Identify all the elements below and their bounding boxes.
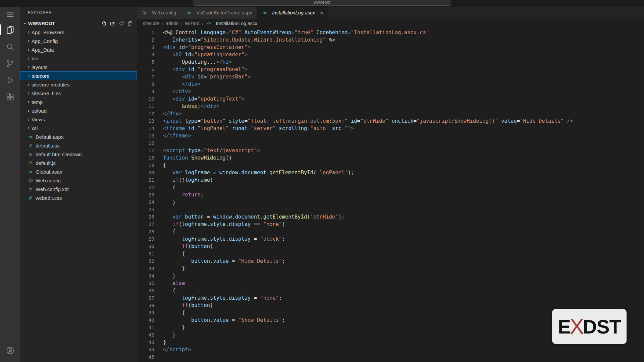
code-line[interactable]: 5 Updating...</h2> (137, 58, 644, 66)
code-line[interactable]: 45 (137, 353, 644, 361)
new-folder-icon[interactable] (110, 21, 115, 26)
code-line-text (154, 353, 163, 361)
code-line[interactable]: 6 <div id="progressPanel"> (137, 66, 644, 73)
line-number: 16 (137, 139, 154, 147)
code-line-text: else (154, 280, 185, 287)
activity-source-control[interactable] (0, 55, 20, 72)
code-line[interactable]: 37 logFrame.style.display = "none"; (137, 294, 644, 302)
tree-folder-sitecore_files[interactable]: ›sitecore_files (20, 89, 137, 98)
activity-run-debug[interactable] (0, 72, 20, 88)
collapse-folders-icon[interactable] (127, 21, 133, 26)
tree-folder-App_Config[interactable]: ›App_Config (20, 37, 137, 45)
tree-folder-bin[interactable]: ›bin (20, 54, 137, 63)
tree-folder-App_Browsers[interactable]: ›App_Browsers (20, 28, 137, 37)
close-icon[interactable]: × (320, 10, 323, 16)
code-line[interactable]: 3<div id="progressContainer"> (137, 44, 644, 51)
code-line[interactable]: 32 button.value = "Hide Details"; (137, 257, 644, 265)
menu-button[interactable] (0, 7, 20, 21)
tree-file-webedit.css[interactable]: #webedit.css (20, 193, 137, 202)
code-line[interactable]: 35 else (137, 280, 644, 287)
activity-account[interactable] (0, 342, 20, 359)
code-line[interactable]: 4 <h2 id="updatingHeader"> (137, 51, 644, 58)
line-number: 32 (137, 257, 154, 265)
code-line[interactable]: 33 } (137, 265, 644, 272)
tree-folder-Views[interactable]: ›Views (20, 115, 137, 124)
tree-root-wwwroot[interactable]: › WWWROOT (20, 19, 137, 28)
tab-VsCodeEditorFrame.aspx[interactable]: <>VsCodeEditorFrame.aspx (181, 7, 257, 19)
code-line[interactable]: 17<script type="text/javascript"> (137, 147, 644, 154)
breadcrumb-item[interactable]: Wizard (185, 21, 200, 26)
code-line[interactable]: 31 { (137, 250, 644, 257)
code-line[interactable]: 26 var button = window.document.getEleme… (137, 213, 644, 221)
tree-folder-temp[interactable]: ›temp (20, 98, 137, 106)
code-line-text: <h2 id="updatingHeader"> (154, 51, 248, 58)
tree-file-Global.asax[interactable]: <>Global.asax (20, 167, 137, 176)
code-line[interactable]: 23 return; (137, 191, 644, 198)
code-line-text: { (154, 287, 175, 294)
tree-file-Web.config.xdt[interactable]: ≡Web.config.xdt (20, 185, 137, 193)
gear-tab-icon (142, 10, 148, 15)
more-actions-icon[interactable]: ··· (126, 11, 132, 14)
tab-InstallationLog.ascx[interactable]: <>InstallationLog.ascx× (257, 7, 328, 19)
tree-folder-App_Data[interactable]: ›App_Data (20, 45, 137, 54)
refresh-icon[interactable] (119, 21, 124, 26)
code-line[interactable]: 18function ShowHideLog() (137, 154, 644, 162)
code-line[interactable]: 34 } (137, 272, 644, 280)
tree-folder-xsl[interactable]: ›xsl (20, 124, 137, 132)
code-line[interactable]: 36 { (137, 287, 644, 294)
activity-bar (0, 7, 20, 362)
code-line[interactable]: 22 { (137, 184, 644, 191)
activity-extensions[interactable] (0, 88, 20, 105)
code-line[interactable]: 25 (137, 206, 644, 213)
code-line[interactable]: 10 <div id="updatingText"> (137, 95, 644, 103)
code-line-text: if(button) (154, 243, 213, 250)
command-center[interactable]: wwwroot (193, 0, 451, 6)
code-line[interactable]: 28 { (137, 228, 644, 235)
tree-file-default.htm.sitedown[interactable]: ≡default.htm.sitedown (20, 150, 137, 159)
tree-file-Default.aspx[interactable]: <>Default.aspx (20, 132, 137, 141)
code-line[interactable]: 11 &nbsp;</div> (137, 103, 644, 110)
code-line[interactable]: 1<%@ Control Language="C#" AutoEventWire… (137, 29, 644, 36)
line-number: 2 (137, 36, 154, 44)
code-line[interactable]: 30 if(button) (137, 243, 644, 250)
tab-bar: Web.config<>VsCodeEditorFrame.aspx<>Inst… (137, 7, 644, 19)
code-line[interactable]: 15</iframe> (137, 132, 644, 139)
code-line[interactable]: 14<iframe id="logPanel" runat="server" s… (137, 125, 644, 132)
tab-Web.config[interactable]: Web.config (137, 7, 181, 19)
tree-file-default.css[interactable]: #default.css (20, 141, 137, 150)
code-line[interactable]: 7 <div id="progressBar"> (137, 73, 644, 80)
line-number: 15 (137, 132, 154, 139)
code-line[interactable]: 13<input type="button" style="float: lef… (137, 117, 644, 125)
new-file-icon[interactable] (101, 21, 107, 26)
code-line[interactable]: 2 Inherits="Sitecore.Update.Wizard.Insta… (137, 36, 644, 44)
tree-item-label: Web.config.xdt (36, 186, 69, 192)
tree-item-label: Global.asax (36, 169, 62, 175)
code-line[interactable]: 24 } (137, 198, 644, 206)
code-line[interactable]: 29 logFrame.style.display = "block"; (137, 235, 644, 243)
code-line[interactable]: 16 (137, 139, 644, 147)
line-number: 26 (137, 213, 154, 221)
code-line[interactable]: 9 </div> (137, 88, 644, 95)
code-line[interactable]: 8 </div> (137, 80, 644, 88)
breadcrumb-item[interactable]: admin (166, 21, 178, 26)
code-line[interactable]: 21 if(!logFrame) (137, 176, 644, 184)
tree-file-Web.config[interactable]: Web.config (20, 176, 137, 185)
code-line[interactable]: 38 if(button) (137, 302, 644, 309)
tree-folder-upload[interactable]: ›upload (20, 106, 137, 115)
code-line[interactable]: 12</div> (137, 110, 644, 117)
breadcrumb-file[interactable]: <>InstallationLog.ascx (206, 21, 257, 26)
tree-file-default.js[interactable]: JSdefault.js (20, 159, 137, 167)
tree-folder-layouts[interactable]: ›layouts (20, 63, 137, 71)
code-line[interactable]: 44</script> (137, 346, 644, 353)
code-line[interactable]: 20 var logFrame = window.document.getEle… (137, 169, 644, 176)
code-line[interactable]: 27 if(logFrame.style.display == "none") (137, 221, 644, 228)
code-line-text: var button = window.document.getElementB… (154, 213, 344, 221)
tree-folder-sitecore-modules[interactable]: ›sitecore modules (20, 80, 137, 89)
code-tab-icon: <> (186, 11, 192, 15)
breadcrumb-item[interactable]: sitecore (143, 21, 159, 26)
code-line[interactable]: 19{ (137, 162, 644, 169)
activity-search[interactable] (0, 38, 20, 55)
activity-explorer[interactable] (0, 21, 20, 38)
tree-folder-sitecore[interactable]: ›sitecore (20, 71, 137, 80)
chevron-right-icon: › (25, 29, 32, 35)
